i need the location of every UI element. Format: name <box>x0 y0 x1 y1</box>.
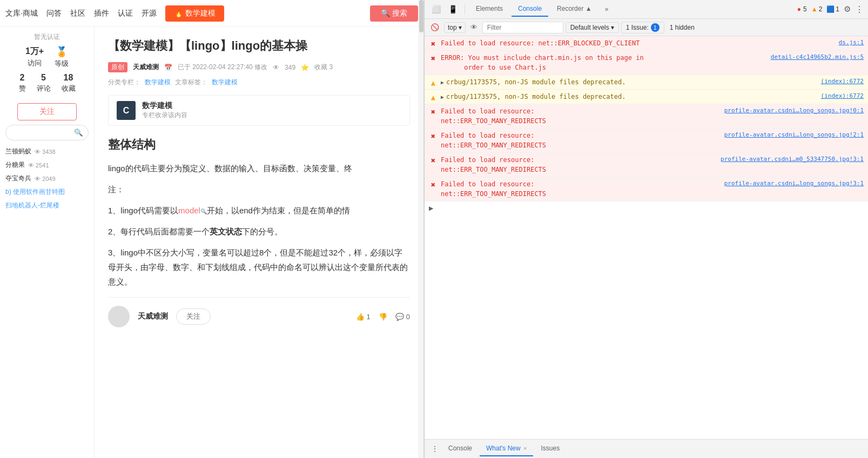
article-author[interactable]: 天威难测 <box>133 63 159 72</box>
search-icon-button[interactable]: 🔍 <box>74 129 83 137</box>
footer-actions: 👍 1 👎 💬 0 <box>356 313 410 321</box>
likes-stat: 2 赞 <box>19 73 26 93</box>
nav-plugins[interactable]: 插件 <box>94 9 109 18</box>
nav-auth[interactable]: 认证 <box>118 9 133 18</box>
entry-row-7: Failed to load resource:net::ERR_TOO_MAN… <box>441 155 864 174</box>
entry-message-6: Failed to load resource:net::ERR_TOO_MAN… <box>441 131 546 150</box>
list-item[interactable]: 兰顿蚂蚁 👁 3438 <box>5 145 89 158</box>
inspect-element-button[interactable]: ⬜ <box>429 3 443 15</box>
default-levels-label: Default levels <box>570 24 609 31</box>
body-text-1: lingo的代码主要分为预定义、数据的输入、目标函数、决策变量、终 <box>108 161 410 176</box>
bottom-tab-whatsnew[interactable]: What's New × <box>480 441 533 456</box>
context-selector[interactable]: top ▾ <box>444 22 466 33</box>
comment-action[interactable]: 💬 0 <box>395 313 410 321</box>
nav-community[interactable]: 社区 <box>70 9 85 18</box>
entry-content-8: Failed to load resource:net::ERR_TOO_MAN… <box>441 179 864 199</box>
entry-row-6: Failed to load resource:net::ERR_TOO_MAN… <box>441 131 864 150</box>
tag-value[interactable]: 数学建模 <box>212 78 238 87</box>
footer-author[interactable]: 天威难测 <box>138 312 168 321</box>
entry-row-8: Failed to load resource:net::ERR_TOO_MAN… <box>441 179 864 199</box>
entry-link-5[interactable]: profile-avatar.csdni…long_songs.jpg!0:1 <box>724 106 864 116</box>
footer-follow-button[interactable]: 关注 <box>176 308 211 325</box>
expand-icon-3[interactable]: ▶ <box>441 79 444 85</box>
clear-console-button[interactable]: 🚫 <box>428 22 442 33</box>
entry-row-5: Failed to load resource:net::ERR_TOO_MAN… <box>441 106 864 126</box>
default-levels-button[interactable]: Default levels ▾ <box>566 22 619 33</box>
star-icon: ⭐ <box>301 64 309 71</box>
prompt-arrow-icon: ▶ <box>429 204 433 212</box>
scroll-indicator[interactable] <box>418 0 423 458</box>
article-date: 已于 2022-02-04 22:27:40 修改 <box>178 63 267 72</box>
entry-link-8[interactable]: profile-avatar.csdni…long_songs.jpg!3:1 <box>724 179 864 188</box>
hidden-count-button[interactable]: 1 hidden <box>667 23 698 32</box>
close-whatsnew-icon[interactable]: × <box>523 445 527 452</box>
info-square-icon: 🟦 <box>826 5 835 13</box>
bottom-tab-issues[interactable]: Issues <box>534 441 566 456</box>
bottom-tab-console[interactable]: Console <box>442 441 479 456</box>
list-item[interactable]: 分糖果 👁 2541 <box>5 158 89 172</box>
body-text-3: 1、lingo代码需要以model🔍开始，以end作为结束，但是在简单的情 <box>108 203 410 218</box>
tab-console[interactable]: Console <box>512 2 548 17</box>
console-output[interactable]: ✖ Failed to load resource: net::ERR_BLOC… <box>425 36 868 439</box>
eye-filter-button[interactable]: 👁 <box>468 22 480 33</box>
entry-row-1: Failed to load resource: net::ERR_BLOCKE… <box>441 38 864 48</box>
entry-link-6[interactable]: profile-avatar.csdni…long_songs.jpg!2:1 <box>724 131 864 140</box>
expand-icon-4[interactable]: ▶ <box>441 94 444 100</box>
list-item[interactable]: 夺宝奇兵 👁 2049 <box>5 172 89 185</box>
scroll-thumb[interactable] <box>419 0 423 32</box>
list-item[interactable]: b) 使用软件画甘特图 <box>5 185 89 199</box>
comment-icon: 💬 <box>395 313 404 321</box>
likes-label: 赞 <box>19 84 26 93</box>
warning-triangle-icon: ▲ <box>811 5 818 13</box>
tab-recorder[interactable]: Recorder ▲ <box>550 2 598 17</box>
collection-info: 数学建模 专栏收录该内容 <box>142 101 187 120</box>
follow-button[interactable]: 关注 <box>17 103 77 120</box>
entry-content-5: Failed to load resource:net::ERR_TOO_MAN… <box>441 106 864 126</box>
visits-label: 访问 <box>28 58 42 68</box>
list-item[interactable]: 扫地机器人-烂尾楼 <box>5 199 89 212</box>
error-icon-5: ✖ <box>429 107 438 116</box>
nav-opensource[interactable]: 开源 <box>142 9 157 18</box>
search-main-button[interactable]: 🔍 搜索 <box>370 5 418 22</box>
devtools-tabs-toolbar: ⬜ 📱 Elements Console Recorder ▲ » ● 5 ▲ … <box>425 0 868 19</box>
error-icon-2: ✖ <box>429 54 438 63</box>
dislike-action[interactable]: 👎 <box>379 313 387 321</box>
top-nav: 文库·商城 问答 社区 插件 认证 开源 🔥 数学建模 🔍 搜索 <box>0 0 423 27</box>
entry-content-2: ERROR: You must include chart.min.js on … <box>441 53 864 72</box>
warning-count: 2 <box>819 5 823 13</box>
like-action[interactable]: 👍 1 <box>356 313 371 321</box>
entry-content-1: Failed to load resource: net::ERR_BLOCKE… <box>441 38 864 48</box>
more-options-icon[interactable]: ⋮ <box>855 4 864 15</box>
model-link[interactable]: model <box>178 206 200 215</box>
article-count-1: 👁 3438 <box>35 149 56 155</box>
article-title-2: 分糖果 <box>5 160 25 170</box>
entry-link-1[interactable]: ds.js:1 <box>839 38 864 48</box>
dropdown-arrow-icon: ▾ <box>611 24 614 31</box>
article-footer: 天威难测 关注 👍 1 👎 💬 0 <box>108 297 410 335</box>
nav-qa[interactable]: 问答 <box>46 9 62 18</box>
nav-library[interactable]: 文库·商城 <box>5 9 38 18</box>
entry-link-7[interactable]: profile-avatar.csdni…m0_53347750.jpg!3:1 <box>721 155 864 164</box>
level-stat: 🏅 等级 <box>55 46 69 69</box>
webpage-panel: 文库·商城 问答 社区 插件 认证 开源 🔥 数学建模 🔍 搜索 暂无认证 1万… <box>0 0 424 458</box>
likes-num: 2 <box>20 73 25 83</box>
category-value[interactable]: 数学建模 <box>145 78 171 87</box>
console-entry: ▲ ▶crbug/1173575, non-JS module files de… <box>425 90 868 104</box>
hot-topic-button[interactable]: 🔥 数学建模 <box>165 5 224 22</box>
issue-button[interactable]: 1 Issue: 1 <box>621 22 664 33</box>
tab-more[interactable]: » <box>601 2 613 16</box>
issue-label: 1 Issue: <box>626 24 649 31</box>
filter-input[interactable] <box>482 22 563 33</box>
entry-link-4[interactable]: (index):6772 <box>821 92 864 101</box>
comments-label: 评论 <box>37 84 51 93</box>
settings-icon[interactable]: ⚙ <box>844 4 851 14</box>
entry-link-2[interactable]: detail-c4c14965b2.min.js:5 <box>771 53 864 62</box>
collection-name[interactable]: 数学建模 <box>142 101 187 111</box>
console-prompt-line: ▶ <box>425 201 868 214</box>
bottom-menu-icon[interactable]: ⋮ <box>429 442 441 455</box>
entry-link-3[interactable]: (index):6772 <box>821 77 864 86</box>
tab-elements[interactable]: Elements <box>469 2 509 17</box>
device-toolbar-button[interactable]: 📱 <box>446 3 460 15</box>
sidebar-stats-top: 1万+ 访问 🏅 等级 <box>25 46 69 69</box>
sidebar-stats-bottom: 2 赞 5 评论 18 收藏 <box>19 73 76 93</box>
